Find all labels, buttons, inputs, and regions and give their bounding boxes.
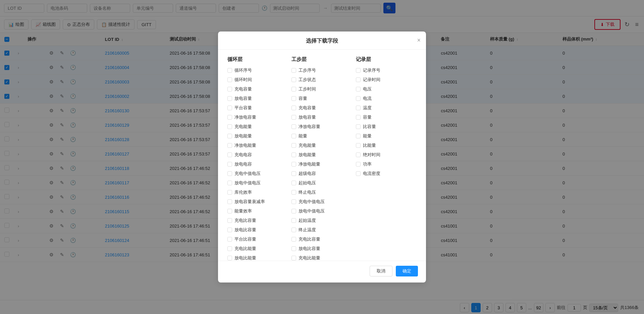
field-checkbox[interactable] [227, 124, 232, 129]
field-checkbox-item[interactable]: 充电比能量 [291, 255, 349, 261]
field-checkbox-item[interactable]: 能量 [291, 133, 349, 139]
field-checkbox-item[interactable]: 超级电容 [291, 171, 349, 177]
field-checkbox-item[interactable]: 终止电压 [291, 189, 349, 195]
field-checkbox-item[interactable]: 工步状态 [291, 77, 349, 83]
field-checkbox[interactable] [291, 237, 296, 242]
field-checkbox[interactable] [227, 68, 232, 73]
field-checkbox[interactable] [291, 171, 296, 176]
field-checkbox[interactable] [356, 143, 361, 148]
field-checkbox[interactable] [291, 162, 296, 167]
field-checkbox[interactable] [356, 162, 361, 167]
field-checkbox-item[interactable]: 功率 [356, 161, 413, 167]
field-checkbox[interactable] [291, 87, 296, 91]
field-checkbox[interactable] [291, 96, 296, 101]
field-checkbox[interactable] [227, 134, 232, 138]
field-checkbox-item[interactable]: 容量 [356, 114, 413, 120]
field-checkbox-item[interactable]: 能量效率 [227, 208, 285, 214]
field-checkbox[interactable] [291, 115, 296, 120]
field-checkbox-item[interactable]: 充电容量 [291, 105, 349, 111]
field-checkbox-item[interactable]: 充电容量 [227, 86, 285, 92]
field-checkbox-item[interactable]: 放电能量 [227, 133, 285, 139]
field-checkbox[interactable] [356, 96, 361, 101]
field-checkbox[interactable] [291, 68, 296, 73]
field-checkbox-item[interactable]: 电流密度 [356, 171, 413, 177]
field-checkbox-item[interactable]: 放电容量衰减率 [227, 199, 285, 205]
field-checkbox[interactable] [227, 181, 232, 185]
field-checkbox[interactable] [227, 115, 232, 120]
field-checkbox-item[interactable]: 记录序号 [356, 67, 413, 73]
field-checkbox[interactable] [227, 106, 232, 110]
field-checkbox[interactable] [356, 124, 361, 129]
field-checkbox-item[interactable]: 温度 [356, 105, 413, 111]
field-checkbox[interactable] [291, 134, 296, 138]
field-checkbox[interactable] [291, 152, 296, 157]
field-checkbox[interactable] [227, 77, 232, 82]
field-checkbox-item[interactable]: 电流 [356, 96, 413, 102]
field-checkbox[interactable] [227, 228, 232, 232]
field-checkbox-item[interactable]: 比容量 [356, 124, 413, 130]
field-checkbox[interactable] [227, 87, 232, 91]
field-checkbox-item[interactable]: 容量 [291, 96, 349, 102]
field-checkbox[interactable] [356, 106, 361, 110]
field-checkbox[interactable] [227, 143, 232, 148]
field-checkbox-item[interactable]: 充电比容量 [291, 236, 349, 242]
field-checkbox[interactable] [291, 124, 296, 129]
field-checkbox[interactable] [291, 228, 296, 232]
field-checkbox-item[interactable]: 充电比能量 [227, 246, 285, 252]
field-checkbox[interactable] [291, 218, 296, 223]
field-checkbox-item[interactable]: 放电中值电压 [291, 208, 349, 214]
field-checkbox-item[interactable]: 绝对时间 [356, 152, 413, 158]
field-checkbox[interactable] [356, 68, 361, 73]
field-checkbox[interactable] [356, 152, 361, 157]
field-checkbox-item[interactable]: 放电比容量 [291, 246, 349, 252]
field-checkbox-item[interactable]: 电压 [356, 86, 413, 92]
field-checkbox-item[interactable]: 净放电容量 [227, 114, 285, 120]
field-checkbox-item[interactable]: 起始电压 [291, 180, 349, 186]
field-checkbox-item[interactable]: 放电电容 [227, 161, 285, 167]
field-checkbox[interactable] [291, 106, 296, 110]
field-checkbox[interactable] [227, 190, 232, 195]
field-checkbox-item[interactable]: 净放电能量 [291, 161, 349, 167]
field-checkbox[interactable] [227, 209, 232, 213]
field-checkbox[interactable] [291, 143, 296, 148]
field-checkbox-item[interactable]: 放电容量 [291, 114, 349, 120]
field-checkbox-item[interactable]: 比能量 [356, 142, 413, 148]
field-checkbox[interactable] [356, 134, 361, 138]
field-checkbox[interactable] [227, 152, 232, 157]
field-checkbox-item[interactable]: 放电比容量 [227, 227, 285, 233]
field-checkbox[interactable] [356, 115, 361, 120]
field-checkbox-item[interactable]: 工步序号 [291, 67, 349, 73]
field-checkbox[interactable] [227, 218, 232, 223]
field-checkbox-item[interactable]: 循环时间 [227, 77, 285, 83]
field-checkbox-item[interactable]: 充电中值电压 [291, 199, 349, 205]
field-checkbox-item[interactable]: 净放电能量 [227, 142, 285, 148]
field-checkbox-item[interactable]: 放电容量 [227, 96, 285, 102]
field-checkbox[interactable] [291, 256, 296, 260]
field-checkbox[interactable] [356, 87, 361, 91]
field-checkbox-item[interactable]: 充电比容量 [227, 217, 285, 224]
field-checkbox-item[interactable]: 起始温度 [291, 217, 349, 224]
field-checkbox[interactable] [227, 162, 232, 167]
field-checkbox-item[interactable]: 库伦效率 [227, 189, 285, 195]
field-checkbox[interactable] [227, 171, 232, 176]
field-checkbox-item[interactable]: 记录时间 [356, 77, 413, 83]
field-checkbox[interactable] [291, 246, 296, 251]
field-checkbox[interactable] [227, 237, 232, 242]
field-checkbox[interactable] [227, 256, 232, 260]
field-checkbox-item[interactable]: 放电能量 [291, 152, 349, 158]
field-checkbox[interactable] [291, 77, 296, 82]
field-checkbox-item[interactable]: 终止温度 [291, 227, 349, 233]
field-checkbox[interactable] [227, 246, 232, 251]
field-checkbox[interactable] [227, 199, 232, 204]
field-checkbox-item[interactable]: 放电比能量 [227, 255, 285, 261]
field-checkbox-item[interactable]: 净放电容量 [291, 124, 349, 130]
field-checkbox[interactable] [356, 171, 361, 176]
field-checkbox[interactable] [356, 77, 361, 82]
field-checkbox-item[interactable]: 能量 [356, 133, 413, 139]
field-checkbox-item[interactable]: 充电能量 [291, 142, 349, 148]
field-checkbox-item[interactable]: 充电能量 [227, 124, 285, 130]
field-checkbox-item[interactable]: 平台容量 [227, 105, 285, 111]
field-checkbox-item[interactable]: 循环序号 [227, 67, 285, 73]
field-checkbox[interactable] [291, 181, 296, 185]
field-checkbox[interactable] [291, 199, 296, 204]
